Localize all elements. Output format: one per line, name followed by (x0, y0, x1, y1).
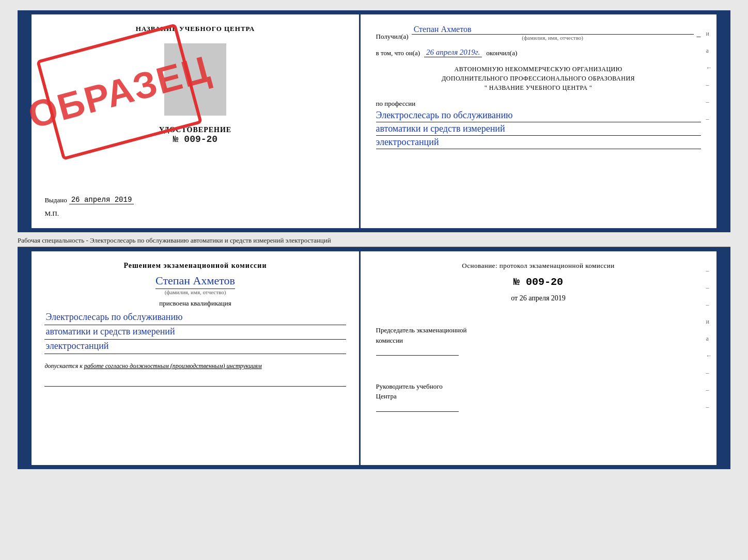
qual-line3: электростанций (44, 341, 346, 354)
chairman-line2: комиссии (376, 335, 701, 346)
date-prefix: от (511, 294, 518, 302)
assigned-text: присвоена квалификация (44, 299, 346, 308)
spacer (376, 309, 701, 319)
profession-line2: автоматики и средств измерений (376, 123, 701, 136)
in-tom-date: 26 апреля 2019г. (424, 48, 482, 57)
protocol-number: № 009-20 (376, 276, 701, 288)
manager-block: Руководитель учебного Центра (376, 381, 701, 415)
right-col-dashes: и а ← – – – (706, 30, 712, 123)
separator-text: Рабочая специальность - Электрослесарь п… (18, 232, 730, 247)
date-value: 26 апреля 2019 (520, 294, 566, 302)
bottom-left-panel: Решением экзаменационной комиссии Степан… (32, 251, 360, 465)
bottom-right-dashes: – – – и а ← – – – (706, 267, 712, 411)
decision-title: Решением экзаменационной комиссии (44, 262, 346, 270)
org-line2: ДОПОЛНИТЕЛЬНОГО ПРОФЕССИОНАЛЬНОГО ОБРАЗО… (376, 74, 701, 83)
side-dash-1: и (706, 30, 712, 38)
qual-line1: Электрослесарь по обслуживанию (44, 312, 346, 325)
chairman-line1: Председатель экзаменационной (376, 325, 701, 335)
cert-left-panel: НАЗВАНИЕ УЧЕБНОГО ЦЕНТРА УДОСТОВЕРЕНИЕ №… (32, 14, 360, 228)
protocol-date: от 26 апреля 2019 (376, 294, 701, 302)
org-block: АВТОНОМНУЮ НЕКОММЕРЧЕСКУЮ ОРГАНИЗАЦИЮ ДО… (376, 65, 701, 92)
profession-line1: Электрослесарь по обслуживанию (376, 110, 701, 122)
issued-label: Выдано (44, 196, 67, 204)
chairman-block: Председатель экзаменационной комиссии (376, 325, 701, 359)
bottom-spine-right (716, 251, 726, 465)
bottom-spine-left (22, 251, 32, 465)
org-line3: " НАЗВАНИЕ УЧЕБНОГО ЦЕНТРА " (376, 83, 701, 92)
spine-right (716, 14, 726, 228)
cert-right-panel: Получил(а) Степан Ахметов (фамилия, имя,… (361, 14, 716, 228)
received-row: Получил(а) Степан Ахметов (фамилия, имя,… (376, 25, 701, 41)
bottom-right-panel: Основание: протокол экзаменационной коми… (361, 251, 716, 465)
chairman-sign-line (376, 345, 459, 356)
mp-label: М.П. (44, 210, 346, 218)
doc-type-label: УДОСТОВЕРЕНИЕ (159, 126, 231, 134)
person-name: Степан Ахметов (155, 274, 235, 289)
profession-line3: электростанций (376, 137, 701, 149)
in-tom-label: в том, что он(а) (376, 49, 420, 57)
training-center-title: НАЗВАНИЕ УЧЕБНОГО ЦЕНТРА (136, 25, 255, 33)
top-certificate: НАЗВАНИЕ УЧЕБНОГО ЦЕНТРА УДОСТОВЕРЕНИЕ №… (18, 10, 730, 232)
dash1: – (697, 31, 701, 41)
doc-number: № 009-20 (173, 134, 217, 145)
bottom-certificate: Решением экзаменационной комиссии Степан… (18, 247, 730, 469)
protocol-label: № (513, 276, 520, 288)
side-dash-4: – (706, 81, 712, 89)
in-tom-row: в том, что он(а) 26 апреля 2019г. окончи… (376, 48, 701, 57)
dopusk-prefix: допускается к (44, 362, 82, 370)
issued-row: Выдано 26 апреля 2019 (44, 196, 346, 204)
bottom-sign-line (44, 376, 346, 387)
manager-line1: Руководитель учебного (376, 381, 701, 392)
qual-line2: автоматики и средств измерений (44, 326, 346, 340)
dopusk-block: допускается к работе согласно должностны… (44, 362, 346, 370)
side-dash-5: – (706, 98, 712, 106)
manager-sign-line (376, 402, 459, 412)
side-dash-6: – (706, 115, 712, 123)
side-dash-3: ← (706, 64, 712, 72)
osnov-title: Основание: протокол экзаменационной коми… (376, 262, 701, 270)
dopusk-text: работе согласно должностным (производств… (84, 362, 262, 370)
org-line1: АВТОНОМНУЮ НЕКОММЕРЧЕСКУЮ ОРГАНИЗАЦИЮ (376, 65, 701, 74)
spine-left (22, 14, 32, 228)
manager-line2: Центра (376, 391, 701, 402)
photo-placeholder (164, 43, 226, 116)
protocol-num-value: 009-20 (526, 276, 563, 288)
spacer2 (376, 365, 701, 375)
profession-label: по профессии (376, 100, 701, 108)
issued-date: 26 апреля 2019 (69, 196, 134, 204)
profession-block: по профессии Электрослесарь по обслужива… (376, 100, 701, 150)
received-name: Степан Ахметов (412, 25, 694, 35)
fio-sub: (фамилия, имя, отчество) (412, 35, 694, 41)
qualification-block: Электрослесарь по обслуживанию автоматик… (44, 312, 346, 354)
person-fio-sub: (фамилия, имя, отчество) (165, 289, 226, 295)
received-label: Получил(а) (376, 33, 409, 41)
finished-label: окончил(а) (486, 49, 517, 57)
side-dash-2: а (706, 47, 712, 55)
